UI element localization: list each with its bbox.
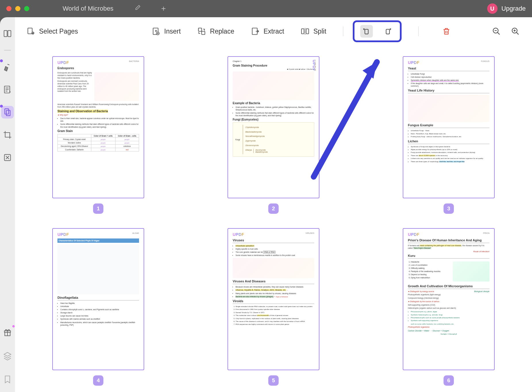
zoom-out-button[interactable] bbox=[491, 26, 502, 36]
replace-button[interactable]: Replace bbox=[197, 27, 234, 36]
crop-tool-icon[interactable] bbox=[1, 129, 14, 141]
zoom-in-button[interactable] bbox=[510, 26, 521, 36]
close-window-button[interactable] bbox=[6, 6, 11, 11]
toolbar-separator bbox=[418, 26, 419, 36]
page-grid: UPDFBACTERIA Endospores Endospores are c… bbox=[15, 39, 532, 392]
organize-pages-icon[interactable] bbox=[1, 106, 14, 119]
svg-rect-17 bbox=[365, 29, 368, 34]
extract-label: Extract bbox=[263, 28, 284, 35]
page-thumbnail-6[interactable]: UPDFPRION Prion's Disease Of Human Inher… bbox=[403, 228, 495, 386]
upgrade-label: Upgrade bbox=[502, 5, 526, 12]
gift-icon[interactable] bbox=[1, 326, 14, 339]
svg-rect-12 bbox=[198, 28, 202, 31]
minimize-window-button[interactable] bbox=[15, 6, 20, 11]
select-pages-button[interactable]: Select Pages bbox=[26, 27, 78, 36]
rotate-left-button[interactable] bbox=[360, 25, 373, 38]
svg-rect-0 bbox=[4, 30, 7, 36]
svg-rect-15 bbox=[302, 29, 304, 34]
split-label: Split bbox=[313, 28, 326, 35]
toolbar: Select Pages Insert Replace Extract bbox=[15, 24, 532, 39]
svg-rect-3 bbox=[5, 109, 9, 114]
insert-button[interactable]: Insert bbox=[152, 27, 181, 36]
replace-label: Replace bbox=[210, 28, 234, 35]
watermark-tool-icon[interactable] bbox=[1, 151, 14, 164]
add-tab-button[interactable]: + bbox=[161, 4, 166, 13]
sidebar bbox=[0, 17, 15, 392]
svg-rect-16 bbox=[306, 29, 309, 34]
bookmark-icon[interactable] bbox=[1, 373, 14, 386]
page-number-badge: 3 bbox=[444, 203, 454, 214]
content-area: Select Pages Insert Replace Extract bbox=[15, 17, 532, 392]
svg-rect-4 bbox=[6, 110, 10, 116]
page-number-badge: 1 bbox=[93, 203, 103, 214]
page-number-badge: 6 bbox=[444, 375, 454, 386]
upgrade-badge-icon: U bbox=[487, 3, 498, 14]
select-pages-label: Select Pages bbox=[39, 28, 78, 35]
maximize-window-button[interactable] bbox=[24, 6, 29, 11]
page-thumbnail-5[interactable]: UPDFVIRUSES Viruses Intracellular parasi… bbox=[228, 228, 319, 386]
tab-title: World of Microbes bbox=[63, 5, 113, 12]
page-thumbnail-4[interactable]: UPDFALGAE Characteristics Of Selected Ph… bbox=[52, 228, 144, 386]
edit-tool-icon[interactable] bbox=[1, 83, 14, 96]
layers-icon[interactable] bbox=[1, 350, 14, 362]
page-number-badge: 4 bbox=[93, 375, 103, 386]
rotate-right-button[interactable] bbox=[381, 25, 394, 38]
insert-label: Insert bbox=[164, 28, 181, 35]
page-thumbnail-1[interactable]: UPDFBACTERIA Endospores Endospores are c… bbox=[52, 56, 144, 214]
page-number-badge: 5 bbox=[268, 375, 279, 386]
toolbar-separator bbox=[343, 26, 343, 36]
split-button[interactable]: Split bbox=[301, 27, 326, 36]
page-thumbnail-2[interactable]: Chapter 1UPDF Gram Staining Procedure ■ … bbox=[228, 56, 319, 214]
sidebar-divider bbox=[4, 50, 11, 51]
window-controls bbox=[6, 6, 29, 11]
page-thumbnail-3[interactable]: UPDFFUNGUS Yeast Unicellular Fungi Cell … bbox=[403, 56, 495, 214]
document-tab[interactable]: World of Microbes bbox=[55, 0, 148, 17]
titlebar: World of Microbes + U Upgrade bbox=[0, 0, 532, 17]
comment-tool-icon[interactable] bbox=[1, 61, 14, 73]
svg-rect-1 bbox=[8, 30, 11, 36]
extract-button[interactable]: Extract bbox=[251, 27, 284, 36]
upgrade-button[interactable]: U Upgrade bbox=[487, 3, 526, 14]
delete-button[interactable] bbox=[442, 27, 451, 36]
page-number-badge: 2 bbox=[268, 203, 279, 214]
reader-mode-icon[interactable] bbox=[1, 27, 14, 40]
edit-tab-icon[interactable] bbox=[134, 5, 141, 13]
svg-rect-18 bbox=[386, 29, 390, 34]
svg-rect-13 bbox=[202, 31, 205, 34]
